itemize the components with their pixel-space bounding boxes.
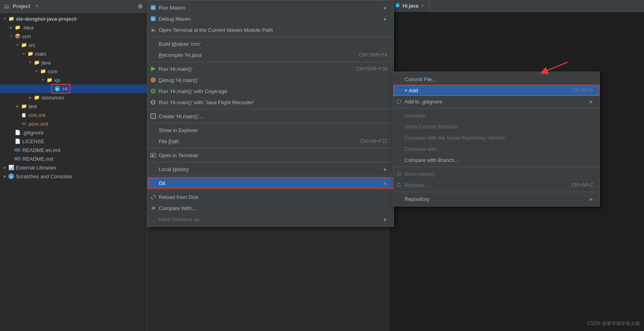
menu-compare-with-git[interactable]: Compare with... — [393, 143, 599, 154]
tree-item-readme-en[interactable]: ▶ MD README.en.md — [0, 146, 147, 154]
menu-git-label: Git — [159, 180, 381, 186]
tree-label-license: LICENSE — [22, 138, 45, 144]
tree-item-gitignore[interactable]: ▶ 📄 .gitignore — [0, 128, 147, 137]
menu-reload-disk-label: Reload from Disk — [159, 194, 387, 200]
menu-run-jfr[interactable]: JFR Run 'Hi.main()' with 'Java Flight Re… — [148, 97, 393, 108]
tree-item-root[interactable]: ▼ 📁 xie-donghui-java-project- — [0, 14, 147, 23]
tab-hi-java[interactable]: G Hi.java ✕ — [390, 0, 430, 12]
compare-with-icon — [150, 205, 156, 211]
menu-file-path-shortcut: Ctrl+Alt+F12 — [360, 138, 387, 144]
tree-item-readme[interactable]: ▶ MD README.md — [0, 154, 147, 163]
reload-disk-icon — [150, 194, 156, 200]
tree-item-xjs[interactable]: ▼ 📁 xjs — [0, 76, 147, 84]
sidebar-header: 🗂 Project ▼ ⊕ — [0, 0, 147, 13]
xml-icon: m — [21, 121, 27, 127]
tree-item-crm-iml[interactable]: ▶ 📋 crm.iml — [0, 111, 147, 119]
debug-hi-icon — [150, 77, 156, 83]
create-hi-icon: + — [150, 113, 156, 119]
menu-git[interactable]: Git ▶ — [148, 177, 393, 189]
context-menu-right: Commit File... + Add Ctrl+Alt+A Add to .… — [393, 72, 600, 206]
tree-label-test: test — [29, 103, 37, 109]
menu-show-history[interactable]: Show History — [393, 168, 599, 179]
menu-show-current-revision[interactable]: Show Current Revision — [393, 121, 599, 132]
sidebar-dropdown-arrow[interactable]: ▼ — [35, 4, 39, 8]
svg-text:▶_: ▶_ — [152, 29, 156, 32]
menu-reload-disk[interactable]: Reload from Disk — [148, 191, 393, 202]
idea-folder-icon: 📁 — [14, 24, 21, 31]
menu-repository[interactable]: Repository ▶ — [393, 193, 599, 204]
menu-open-terminal[interactable]: ▶ Open in Terminal — [148, 150, 393, 161]
folder-icon: 🗂 — [4, 3, 10, 10]
tree-item-scratches[interactable]: ▶ S Scratches and Consoles — [0, 172, 147, 181]
menu-run-maven[interactable]: m Run Maven ▶ — [148, 2, 393, 13]
sep-4 — [148, 123, 393, 123]
tab-hi-java-close[interactable]: ✕ — [421, 3, 424, 8]
test-folder-icon: 📁 — [21, 103, 27, 109]
menu-compare-branch[interactable]: Compare with Branch... — [393, 154, 599, 166]
menu-compare-with-git-label: Compare with... — [405, 146, 593, 152]
svg-text:JFR: JFR — [151, 101, 156, 104]
menu-rollback[interactable]: Rollback... Ctrl+Alt+Z — [393, 179, 599, 191]
tree-item-test[interactable]: ▶ 📁 test — [0, 102, 147, 111]
menu-open-terminal-maven[interactable]: ▶_ Open Terminal at the Current Maven Mo… — [148, 24, 393, 35]
svg-text:m: m — [152, 17, 155, 21]
menu-recompile-shortcut: Ctrl+Shift+F9 — [359, 52, 387, 58]
menu-show-explorer[interactable]: Show in Explorer — [148, 125, 393, 136]
tree-arrow-java: ▼ — [27, 59, 33, 66]
tree-item-crm[interactable]: ▼ 📦 crm — [0, 32, 147, 41]
tree-label-ext-libs: External Libraries — [16, 165, 56, 171]
tree-item-com[interactable]: ▼ 📁 com — [0, 67, 147, 76]
context-menu-left: m Run Maven ▶ m Debug Maven ▶ ▶_ Open Te… — [147, 0, 394, 227]
tree-arrow-resources: ▶ — [27, 94, 33, 101]
sidebar-add-icon[interactable]: ⊕ — [138, 2, 143, 10]
tree-arrow-src: ▼ — [14, 42, 21, 48]
tree-arrow-scratches: ▶ — [2, 173, 8, 179]
tree-item-hi[interactable]: ▶ G Hi — [0, 84, 147, 93]
xjs-folder-icon: 📁 — [46, 77, 53, 83]
menu-add[interactable]: + Add Ctrl+Alt+A — [393, 85, 599, 96]
tree-item-ext-libs[interactable]: ▶ 📊 External Libraries — [0, 163, 147, 172]
menu-show-current-revision-label: Show Current Revision — [405, 124, 593, 130]
svg-text:G: G — [56, 87, 58, 91]
menu-run-coverage[interactable]: Run 'Hi.main()' with Coverage — [148, 86, 393, 97]
menu-debug-maven[interactable]: m Debug Maven ▶ — [148, 13, 393, 24]
tree-label-com: com — [48, 68, 58, 74]
sep-8 — [148, 190, 393, 190]
menu-run-coverage-label: Run 'Hi.main()' with Coverage — [159, 88, 387, 94]
tree-item-license[interactable]: ▶ 📄 LICENSE — [0, 137, 147, 146]
menu-add-gitignore-arrow: ▶ — [590, 99, 593, 104]
menu-run-jfr-label: Run 'Hi.main()' with 'Java Flight Record… — [159, 99, 387, 105]
menu-debug-hi-label: Debug 'Hi.main()' — [159, 77, 387, 83]
md-en-icon: MD — [14, 147, 21, 153]
menu-annotate[interactable]: Annotate — [393, 110, 599, 121]
gitignore-icon: 📄 — [14, 129, 21, 136]
scratches-icon: S — [8, 173, 14, 179]
rollback-icon — [396, 182, 402, 188]
tree-item-resources[interactable]: ▶ 📁 resources — [0, 93, 147, 102]
menu-mark-directory-arrow: ▶ — [384, 217, 387, 222]
tree-item-pom-xml[interactable]: ▶ m pom.xml — [0, 119, 147, 128]
menu-debug-hi[interactable]: Debug 'Hi.main()' — [148, 74, 393, 86]
menu-run-hi[interactable]: Run 'Hi.main()' Ctrl+Shift+F10 — [148, 63, 393, 74]
tree-item-src[interactable]: ▼ 📁 src — [0, 41, 147, 49]
tree-item-java[interactable]: ▼ 📁 java — [0, 58, 147, 67]
md-icon: MD — [14, 156, 21, 162]
menu-create-hi[interactable]: + Create 'Hi.main()'... — [148, 111, 393, 122]
menu-file-path[interactable]: File Path Ctrl+Alt+F12 — [148, 136, 393, 147]
tree-item-idea[interactable]: ▶ 📁 .idea — [0, 23, 147, 32]
menu-compare-with[interactable]: Compare With... — [148, 202, 393, 214]
menu-recompile[interactable]: Recompile 'Hi.java' Ctrl+Shift+F9 — [148, 49, 393, 60]
menu-mark-directory[interactable]: Mark Directory as ▶ — [148, 214, 393, 225]
menu-add-gitignore[interactable]: Add to .gitignore ▶ — [393, 96, 599, 107]
iml-icon: 📋 — [21, 112, 27, 118]
menu-compare-with-label: Compare With... — [159, 205, 387, 211]
menu-build-module[interactable]: Build Module 'crm' — [148, 38, 393, 49]
tree-item-main[interactable]: ▼ 📁 main — [0, 49, 147, 58]
menu-compare-same-repo[interactable]: Compare with the Same Repository Version — [393, 132, 599, 143]
svg-text:S: S — [10, 175, 12, 179]
menu-compare-same-repo-label: Compare with the Same Repository Version — [405, 135, 593, 141]
menu-local-history[interactable]: Local History ▶ — [148, 164, 393, 175]
menu-open-terminal-label: Open in Terminal — [159, 152, 387, 158]
sep-6 — [148, 162, 393, 162]
tree-label-crm: crm — [22, 33, 31, 39]
